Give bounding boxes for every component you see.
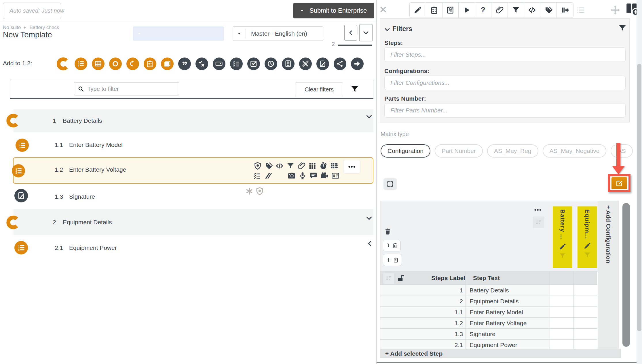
collapse-chevron-icon[interactable]: [365, 214, 373, 222]
pencil-icon[interactable]: [559, 243, 566, 250]
autosave-dropdown[interactable]: Auto saved: Just now: [3, 3, 61, 19]
checklist-icon[interactable]: [253, 171, 261, 180]
unlock-icon[interactable]: [396, 274, 405, 283]
collapse-chevron-icon[interactable]: [365, 113, 373, 120]
config-column-equipment[interactable]: Equipm...: [578, 206, 597, 268]
add-section-icon[interactable]: [55, 56, 71, 72]
step-row-2-1[interactable]: 123 2.1 Equipment Power: [14, 235, 373, 260]
matrix-type-configuration[interactable]: Configuration: [381, 144, 430, 158]
close-panel-icon[interactable]: [379, 6, 387, 13]
config-cell[interactable]: [550, 285, 573, 296]
table-row[interactable]: 1.1 Enter Battery Model: [380, 307, 597, 318]
config-cell[interactable]: [573, 307, 597, 317]
add-passfail-icon[interactable]: [195, 58, 208, 70]
step-row-1-1[interactable]: 123 1.1 Enter Battery Model: [14, 133, 373, 157]
matrix-type-as[interactable]: AS: [611, 144, 632, 158]
matrix-more-icon[interactable]: [533, 206, 542, 214]
pane-divider[interactable]: [376, 0, 377, 364]
section-row-2[interactable]: 2 Equipment Details: [14, 209, 373, 235]
config-column-battery[interactable]: Battery ...: [553, 206, 572, 268]
add-ring-icon[interactable]: [109, 58, 122, 70]
chevron-down-icon[interactable]: [384, 26, 391, 33]
table-row[interactable]: 1.2 Enter Battery Voltage: [380, 318, 597, 329]
filter-funnel-icon[interactable]: [350, 85, 359, 94]
config-cell[interactable]: [550, 329, 573, 339]
submit-to-enterprise-button[interactable]: Submit to Enterprise: [293, 3, 374, 18]
language-selector[interactable]: Master - English (en): [233, 26, 323, 41]
table-row[interactable]: 1 Battery Details: [380, 285, 597, 296]
config-cell[interactable]: [550, 340, 573, 349]
video-icon[interactable]: [320, 171, 329, 180]
insert-step-button[interactable]: [383, 240, 401, 251]
grid-dots-icon[interactable]: [308, 162, 317, 170]
toolbar-question-button[interactable]: ?: [475, 3, 491, 18]
idcard-icon[interactable]: [331, 171, 340, 180]
section-row-1[interactable]: 1 Battery Details: [14, 109, 373, 132]
toolbar-pencil-button[interactable]: [410, 3, 426, 18]
add-grid-icon[interactable]: [92, 58, 105, 70]
step-row-1-2-selected[interactable]: 123 1.2 Enter Battery Voltage: [13, 157, 373, 184]
clear-filters-button[interactable]: Clear filters: [295, 83, 343, 96]
expand-page-button[interactable]: [359, 24, 373, 41]
table-row[interactable]: 2.1 Equipment Power: [380, 340, 597, 349]
add-configuration-button[interactable]: + Add Configuration: [598, 201, 619, 349]
add-arrow-right-icon[interactable]: [351, 58, 364, 70]
prev-page-button[interactable]: [344, 25, 357, 41]
matrix-type-as-may-reg[interactable]: AS_May_Reg: [487, 144, 538, 158]
add-step-button[interactable]: [383, 254, 402, 266]
parts-number-filter-input[interactable]: [384, 103, 626, 118]
expand-chevron-icon[interactable]: [366, 240, 373, 247]
steps-filter-input[interactable]: [384, 47, 626, 62]
matrix-type-as-may-negative[interactable]: AS_May_Negative: [543, 144, 607, 158]
toolbar-funnel-button[interactable]: [508, 3, 524, 18]
toolbar-paperclip-button[interactable]: [491, 3, 508, 18]
toolbar-code-button[interactable]: [524, 3, 541, 18]
config-cell[interactable]: [573, 329, 597, 339]
stopwatch-icon[interactable]: [319, 162, 328, 170]
config-cell[interactable]: [550, 307, 573, 317]
filters-funnel-icon[interactable]: [618, 24, 627, 32]
add-clipboard-icon[interactable]: [144, 58, 156, 70]
more-options-button[interactable]: [343, 160, 360, 174]
add-calculator-icon[interactable]: [282, 58, 295, 70]
column-header-steps-label[interactable]: Steps Label: [426, 275, 465, 281]
config-cell[interactable]: [573, 296, 597, 306]
config-cell[interactable]: [550, 318, 573, 328]
add-branch-icon[interactable]: [334, 58, 346, 70]
move-icon[interactable]: [610, 5, 621, 16]
add-signature-icon[interactable]: [316, 58, 329, 70]
config-cell[interactable]: [573, 340, 597, 349]
add-checklist-icon[interactable]: [230, 58, 243, 70]
configurations-filter-input[interactable]: [384, 76, 626, 90]
matrix-type-part-number[interactable]: Part Number: [435, 144, 483, 158]
sort-button-disabled[interactable]: [533, 217, 544, 228]
breadcrumb-suite[interactable]: No suite: [3, 25, 21, 30]
toolbar-play-button[interactable]: [459, 3, 475, 18]
step-search-input[interactable]: [87, 85, 175, 93]
trash-icon[interactable]: [384, 228, 392, 235]
config-cell[interactable]: [550, 296, 573, 306]
step-row-1-3[interactable]: 1.3 Signature: [14, 184, 373, 209]
window-scrollbar-thumb[interactable]: [637, 64, 641, 331]
add-clock-icon[interactable]: [265, 58, 277, 70]
pencil-icon[interactable]: [584, 242, 591, 250]
funnel-icon[interactable]: [286, 162, 295, 170]
add-numbered-list-icon[interactable]: 123: [75, 58, 87, 70]
matrix-scrollbar-thumb[interactable]: [622, 203, 630, 347]
column-funnel-icon[interactable]: [559, 252, 566, 260]
step-search[interactable]: [74, 82, 179, 95]
code-icon[interactable]: [275, 162, 284, 170]
toolbar-clipboard-button[interactable]: [426, 3, 442, 18]
config-cell[interactable]: [573, 285, 597, 296]
add-tools-icon[interactable]: [299, 58, 312, 70]
flag-icon[interactable]: [264, 171, 272, 180]
table-row[interactable]: 2 Equipment Details: [380, 296, 597, 307]
config-cell[interactable]: [573, 318, 597, 328]
list-icon[interactable]: [576, 6, 585, 14]
add-quote-icon[interactable]: [178, 58, 191, 70]
db-grid-icon[interactable]: [330, 162, 339, 170]
mic-icon[interactable]: [298, 171, 307, 180]
fullscreen-button[interactable]: [383, 178, 397, 190]
camera-icon[interactable]: [287, 171, 296, 180]
toolbar-skip-button[interactable]: [557, 3, 573, 18]
